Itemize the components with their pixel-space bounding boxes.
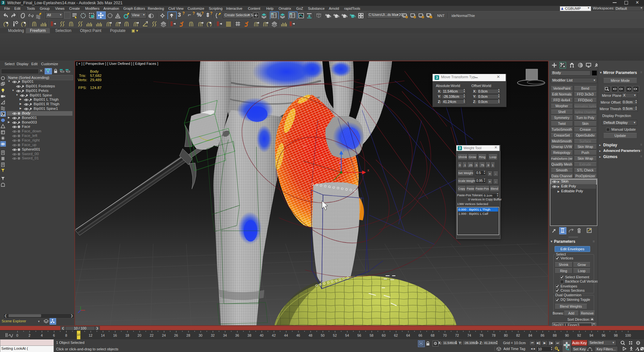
svg-text:42: 42 <box>272 333 276 337</box>
svg-text:22: 22 <box>150 333 154 337</box>
svg-text:28: 28 <box>186 333 190 337</box>
svg-text:20: 20 <box>138 333 142 337</box>
svg-text:46: 46 <box>296 333 300 337</box>
svg-text:56: 56 <box>357 333 361 337</box>
svg-text:54: 54 <box>345 333 349 337</box>
svg-text:68: 68 <box>431 333 435 337</box>
svg-text:6: 6 <box>53 333 55 337</box>
svg-text:50: 50 <box>321 333 325 337</box>
svg-text:24: 24 <box>162 333 166 337</box>
svg-text:38: 38 <box>248 333 252 337</box>
svg-text:32: 32 <box>211 333 215 337</box>
svg-text:14: 14 <box>101 333 105 337</box>
svg-text:48: 48 <box>309 333 313 337</box>
svg-text:18: 18 <box>125 333 129 337</box>
svg-text:66: 66 <box>419 333 422 337</box>
svg-text:44: 44 <box>284 333 288 337</box>
svg-text:52: 52 <box>333 333 337 337</box>
svg-text:98: 98 <box>614 333 618 337</box>
svg-text:0: 0 <box>16 333 18 337</box>
svg-text:12: 12 <box>89 333 93 337</box>
svg-text:[ + ] [ Perspective ] [ User D: [ + ] [ Perspective ] [ User Defined ] [… <box>76 62 158 66</box>
svg-text:86: 86 <box>541 333 544 337</box>
svg-text:64: 64 <box>406 333 410 337</box>
svg-text:z: z <box>343 149 345 153</box>
svg-text:60: 60 <box>382 333 386 337</box>
svg-text:92: 92 <box>577 333 581 337</box>
svg-text:8: 8 <box>65 333 67 337</box>
svg-text:70: 70 <box>443 333 447 337</box>
svg-text:100: 100 <box>625 333 631 337</box>
svg-text:62: 62 <box>394 333 398 337</box>
svg-text:80: 80 <box>504 333 508 337</box>
svg-text:Body: Body <box>90 69 99 73</box>
svg-text:29,489: 29,489 <box>90 78 101 82</box>
svg-text:57,682: 57,682 <box>90 74 101 78</box>
svg-text:4: 4 <box>41 333 43 337</box>
svg-text:72: 72 <box>455 333 459 337</box>
svg-text:26: 26 <box>174 333 178 337</box>
svg-text:76: 76 <box>480 333 483 337</box>
svg-text:78: 78 <box>492 333 496 337</box>
svg-text:90: 90 <box>565 333 569 337</box>
svg-text:74: 74 <box>467 333 471 337</box>
svg-text:96: 96 <box>602 333 606 337</box>
svg-text:36: 36 <box>235 333 239 337</box>
svg-text:82: 82 <box>516 333 520 337</box>
svg-text:Tris:: Tris: <box>79 74 86 78</box>
svg-text:40: 40 <box>260 333 264 337</box>
svg-text:Verts:: Verts: <box>78 78 87 82</box>
svg-text:84: 84 <box>529 333 532 337</box>
svg-text:94: 94 <box>590 333 593 337</box>
svg-text:x: x <box>367 168 369 172</box>
svg-text:2: 2 <box>28 333 30 337</box>
svg-text:34: 34 <box>223 333 227 337</box>
svg-text:FPS:: FPS: <box>78 86 87 90</box>
svg-text:16: 16 <box>113 333 117 337</box>
svg-text:58: 58 <box>370 333 374 337</box>
svg-text:88: 88 <box>553 333 557 337</box>
svg-text:124.87: 124.87 <box>90 86 101 90</box>
svg-text:30: 30 <box>199 333 203 337</box>
